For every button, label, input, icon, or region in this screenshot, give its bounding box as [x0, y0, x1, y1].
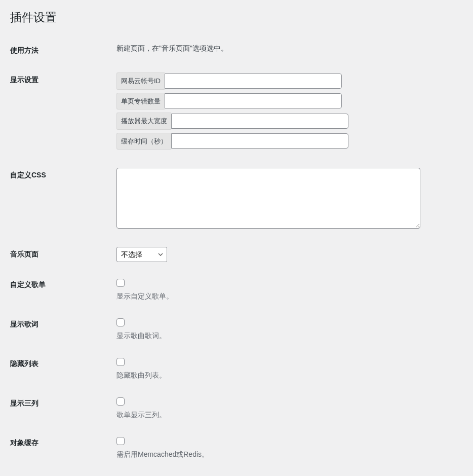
three-columns-description: 歌单显示三列。 — [116, 410, 458, 420]
submit-row: 保存更改 — [10, 470, 463, 476]
usage-label: 使用方法 — [10, 35, 111, 65]
object-cache-label: 对象缓存 — [10, 428, 111, 467]
object-cache-description: 需启用Memcached或Redis。 — [116, 449, 458, 460]
cache-time-input[interactable] — [171, 133, 348, 149]
music-page-select[interactable]: 不选择 — [116, 247, 167, 262]
hide-list-checkbox[interactable] — [116, 358, 125, 366]
object-cache-checkbox[interactable] — [116, 437, 125, 445]
custom-playlist-description: 显示自定义歌单。 — [116, 291, 458, 302]
custom-playlist-checkbox[interactable] — [116, 279, 125, 287]
netease-id-label: 网易云帐号ID — [116, 72, 165, 90]
display-settings-label: 显示设置 — [10, 65, 111, 160]
settings-table: 使用方法 新建页面，在"音乐页面"选项选中。 显示设置 网易云帐号ID 单页专辑… — [10, 35, 463, 467]
max-width-input[interactable] — [171, 114, 348, 129]
custom-playlist-label: 自定义歌单 — [10, 270, 111, 309]
hide-list-label: 隐藏列表 — [10, 349, 111, 388]
netease-id-input[interactable] — [165, 74, 342, 89]
three-columns-checkbox[interactable] — [116, 397, 125, 406]
show-lyrics-description: 显示歌曲歌词。 — [116, 331, 458, 341]
show-lyrics-label: 显示歌词 — [10, 309, 111, 349]
music-page-label: 音乐页面 — [10, 239, 111, 270]
max-width-label: 播放器最大宽度 — [116, 113, 171, 130]
album-count-group: 单页专辑数量 — [116, 93, 458, 110]
max-width-group: 播放器最大宽度 — [116, 113, 458, 130]
usage-text: 新建页面，在"音乐页面"选项选中。 — [111, 35, 463, 65]
three-columns-label: 显示三列 — [10, 388, 111, 428]
custom-css-textarea[interactable] — [116, 168, 420, 229]
album-count-label: 单页专辑数量 — [116, 93, 165, 110]
netease-id-group: 网易云帐号ID — [116, 72, 458, 90]
page-title: 插件设置 — [10, 0, 463, 30]
cache-time-group: 缓存时间（秒） — [116, 133, 458, 150]
custom-css-label: 自定义CSS — [10, 160, 111, 239]
album-count-input[interactable] — [165, 93, 342, 108]
cache-time-label: 缓存时间（秒） — [116, 133, 171, 150]
hide-list-description: 隐藏歌曲列表。 — [116, 370, 458, 381]
show-lyrics-checkbox[interactable] — [116, 318, 125, 326]
